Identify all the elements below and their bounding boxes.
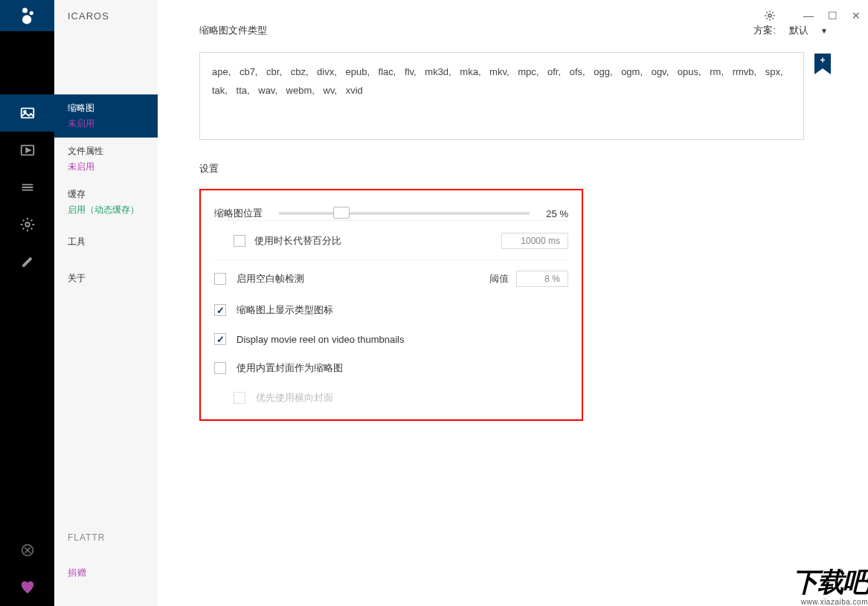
filetypes-title: 缩略图文件类型 [199, 24, 267, 37]
sidebar-item-cache[interactable]: 缓存 启用（动态缓存） [54, 181, 158, 224]
watermark: 下载吧 www.xiazaiba.com [792, 564, 868, 606]
logo-icon [17, 5, 38, 26]
rail-cache[interactable] [0, 169, 54, 206]
blank-detect-checkbox[interactable] [214, 273, 226, 285]
slider-value: 25 % [546, 208, 568, 219]
gear-icon [19, 216, 36, 233]
sidebar-item-tools[interactable]: 工具 [54, 224, 158, 260]
rail-flattr[interactable] [0, 532, 54, 569]
landscape-checkbox [234, 392, 245, 404]
pen-icon [19, 254, 36, 270]
image-icon [19, 105, 36, 121]
minimize-button[interactable]: — [797, 0, 820, 31]
icon-rail [0, 0, 54, 606]
settings-panel: 缩略图位置 25 % 使用时长代替百分比 10000 ms 启用空白帧检测 阈值… [199, 189, 583, 421]
svg-rect-3 [21, 109, 33, 118]
sidebar-item-status: 启用（动态缓存） [68, 204, 139, 215]
filetypes-textarea[interactable]: ape, cb7, cbr, cbz, divx, epub, flac, fl… [199, 52, 804, 140]
sidebar-item-about[interactable]: 关于 [54, 260, 158, 297]
settings-button[interactable] [758, 0, 782, 31]
position-slider[interactable] [279, 212, 530, 215]
svg-point-2 [22, 15, 31, 24]
settings-title: 设置 [199, 162, 831, 175]
rail-tools[interactable] [0, 206, 54, 243]
rail-thumbnails[interactable] [0, 94, 54, 132]
stack-icon [19, 179, 36, 196]
sidebar-item-label: 工具 [68, 236, 144, 248]
bookmark-icon: + [814, 54, 831, 76]
landscape-label: 优先使用横向封面 [256, 391, 333, 404]
watermark-url: www.xiazaiba.com [792, 598, 868, 606]
slider-label: 缩略图位置 [214, 207, 263, 220]
reel-label: Display movie reel on video thumbnails [237, 334, 404, 345]
rail-about[interactable] [0, 243, 54, 280]
sidebar-item-properties[interactable]: 文件属性 未启用 [54, 138, 158, 181]
close-button[interactable]: ✕ [844, 0, 868, 31]
sidebar-item-status: 未启用 [68, 161, 94, 172]
overlay-label: 缩略图上显示类型图标 [237, 303, 333, 317]
preset-bookmark-button[interactable]: + [814, 54, 831, 79]
sidebar-item-label: 文件属性 [68, 145, 144, 158]
play-icon [19, 142, 36, 158]
sidebar-item-label: FLATTR [68, 532, 144, 543]
main-content: 缩略图文件类型 方案: 默认 ▼ ape, cb7, cbr, cbz, div… [158, 0, 868, 606]
sidebar-flattr[interactable]: FLATTR [54, 520, 158, 555]
sidebar-item-label: 关于 [68, 272, 144, 285]
reel-checkbox[interactable] [214, 333, 226, 345]
sidebar-item-label: 捐赠 [68, 567, 144, 579]
rail-properties[interactable] [0, 132, 54, 169]
svg-text:+: + [820, 55, 825, 65]
threshold-value[interactable]: 8 % [516, 271, 568, 287]
rail-donate[interactable] [0, 569, 54, 606]
duration-checkbox[interactable] [234, 235, 245, 247]
sidebar-donate[interactable]: 捐赠 [54, 555, 158, 591]
blank-detect-label: 启用空白帧检测 [237, 272, 304, 286]
overlay-checkbox[interactable] [214, 304, 226, 316]
duration-label: 使用时长代替百分比 [254, 234, 341, 248]
threshold-label: 阈值 [489, 272, 509, 286]
svg-point-1 [29, 11, 33, 15]
sidebar-item-status: 未启用 [68, 118, 94, 129]
duration-value[interactable]: 10000 ms [501, 233, 568, 249]
svg-point-6 [25, 222, 30, 227]
slider-thumb[interactable] [333, 207, 350, 219]
maximize-button[interactable]: ☐ [820, 0, 844, 31]
gear-icon [764, 10, 776, 22]
sidebar-item-label: 缓存 [68, 188, 144, 201]
flattr-icon [19, 542, 36, 558]
cover-checkbox[interactable] [214, 362, 226, 374]
svg-point-9 [768, 14, 771, 17]
sidebar-item-label: 缩略图 [68, 102, 144, 115]
heart-icon [19, 579, 36, 596]
titlebar-controls: — ☐ ✕ [758, 0, 868, 31]
app-logo [0, 0, 54, 31]
cover-label: 使用内置封面作为缩略图 [237, 361, 343, 375]
sidebar-item-thumbnails[interactable]: 缩略图 未启用 [54, 94, 158, 138]
svg-point-0 [22, 8, 28, 13]
app-title: ICAROS [54, 0, 158, 31]
sidebar: ICAROS 缩略图 未启用 文件属性 未启用 缓存 启用（动态缓存） 工具 关… [54, 0, 158, 606]
watermark-text: 下载吧 [792, 564, 868, 601]
